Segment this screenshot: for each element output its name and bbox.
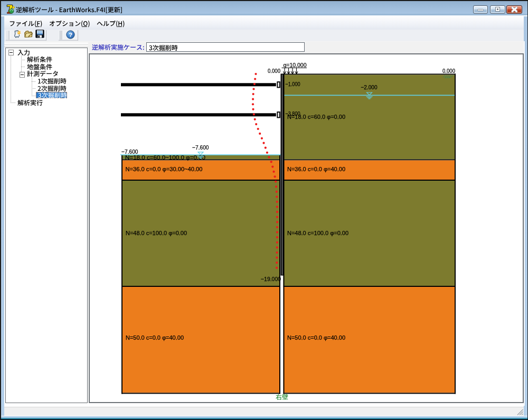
svg-text:q=10.000: q=10.000 [284,62,307,68]
svg-text:N=36.0 c=0.0 φ=30.00~40.00: N=36.0 c=0.0 φ=30.00~40.00 [126,166,203,172]
svg-text:N=18.0 c=60.0 φ=0.00: N=18.0 c=60.0 φ=0.00 [287,114,345,120]
svg-text:−2.000: −2.000 [361,84,378,90]
svg-text:N=18.0 c=60.0~100.0 φ=0.00: N=18.0 c=60.0~100.0 φ=0.00 [125,154,205,161]
svg-text:−1.000: −1.000 [286,81,300,87]
svg-text:−7.600: −7.600 [192,144,209,151]
svg-text:N=50.0 c=0.0 φ=40.00: N=50.0 c=0.0 φ=40.00 [287,334,345,341]
svg-text:−19.000: −19.000 [261,276,281,282]
svg-text:N=48.0 c=100.0 φ=0.00: N=48.0 c=100.0 φ=0.00 [126,230,187,236]
svg-text:0.000: 0.000 [442,68,455,74]
svg-text:N=48.0 c=100.0 φ=0.00: N=48.0 c=100.0 φ=0.00 [287,230,348,236]
svg-text:N=50.0 c=0.0 φ=40.00: N=50.0 c=0.0 φ=40.00 [126,334,184,341]
svg-text:N=36.0 c=0.0 φ=40.00: N=36.0 c=0.0 φ=40.00 [287,166,345,172]
svg-text:0.000: 0.000 [268,68,280,74]
